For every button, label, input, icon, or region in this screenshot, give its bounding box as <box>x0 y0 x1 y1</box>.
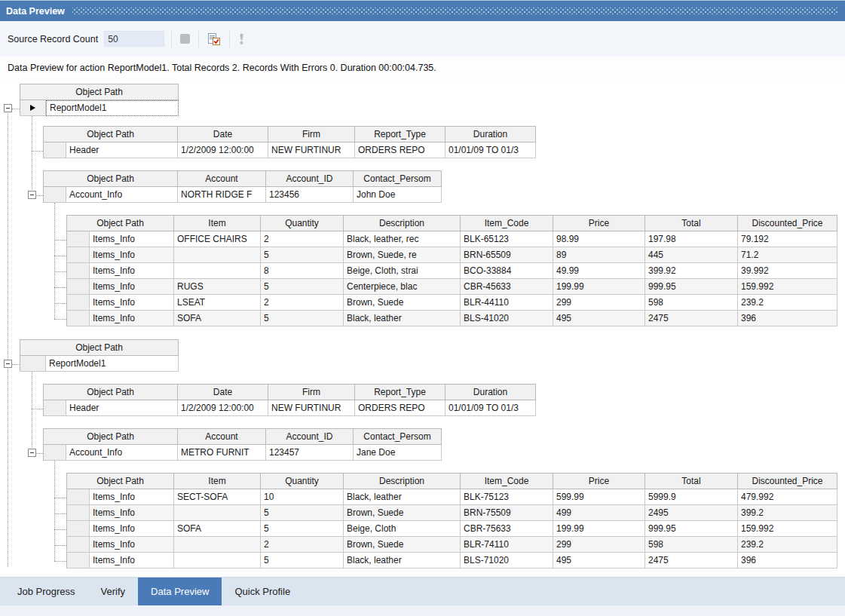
data-cell[interactable]: 396 <box>738 311 837 326</box>
data-cell[interactable]: 5 <box>261 279 344 295</box>
row-header[interactable] <box>20 100 46 116</box>
data-cell[interactable]: 159.992 <box>738 279 837 295</box>
data-cell[interactable] <box>174 263 261 279</box>
data-cell[interactable]: Black, leather <box>344 311 461 326</box>
data-cell[interactable]: Items_Info <box>90 505 174 521</box>
row-header[interactable] <box>20 356 46 372</box>
data-cell[interactable]: 2495 <box>645 505 738 521</box>
row-header[interactable] <box>67 279 90 295</box>
row-header[interactable] <box>44 143 66 158</box>
data-cell[interactable]: Header <box>66 400 178 416</box>
data-cell[interactable]: Brown, Suede, re <box>344 247 461 263</box>
row-header[interactable] <box>67 521 90 537</box>
verify-preview-button[interactable] <box>206 31 222 48</box>
data-cell[interactable]: 5 <box>261 521 344 537</box>
data-cell[interactable]: 239.2 <box>738 295 837 311</box>
data-cell[interactable]: 399.2 <box>738 505 837 521</box>
data-cell[interactable]: BLK-75123 <box>461 489 553 505</box>
data-cell[interactable]: BCO-33884 <box>461 263 553 279</box>
data-cell[interactable]: 199.99 <box>553 521 645 537</box>
data-cell[interactable]: SOFA <box>174 521 261 537</box>
data-cell[interactable]: 479.992 <box>738 489 837 505</box>
data-cell[interactable]: 396 <box>738 553 837 568</box>
row-header[interactable] <box>67 505 90 521</box>
data-cell[interactable]: Items_Info <box>90 311 174 326</box>
data-cell[interactable]: 5 <box>261 311 344 326</box>
data-cell[interactable]: Black, leather <box>344 489 461 505</box>
row-header[interactable] <box>67 263 90 279</box>
data-cell[interactable]: 239.2 <box>738 537 837 553</box>
data-cell[interactable]: 2475 <box>645 553 738 568</box>
data-cell[interactable]: Items_Info <box>90 279 174 295</box>
data-cell[interactable]: 598 <box>645 537 738 553</box>
data-cell[interactable]: BLS-71020 <box>461 553 553 568</box>
data-cell[interactable]: BLR-44110 <box>461 295 553 311</box>
data-cell[interactable] <box>174 505 261 521</box>
show-warnings-button[interactable] <box>237 31 246 48</box>
data-cell[interactable]: 499 <box>553 505 645 521</box>
data-cell[interactable]: Items_Info <box>90 263 174 279</box>
data-cell[interactable] <box>174 537 261 553</box>
data-cell[interactable]: Account_Info <box>66 445 178 461</box>
data-cell[interactable]: 495 <box>553 311 645 326</box>
data-cell[interactable]: CBR-45633 <box>461 279 553 295</box>
tab-job-progress[interactable]: Job Progress <box>5 578 88 605</box>
data-cell[interactable]: BRN-65509 <box>461 247 553 263</box>
data-cell[interactable]: Items_Info <box>90 489 174 505</box>
data-cell[interactable]: 599.99 <box>553 489 645 505</box>
data-cell[interactable]: SOFA <box>174 311 261 326</box>
data-cell[interactable]: 5999.9 <box>645 489 738 505</box>
row-header[interactable] <box>67 311 90 326</box>
stop-button[interactable] <box>179 32 191 45</box>
row-header[interactable] <box>67 537 90 553</box>
data-cell[interactable]: ORDERS REPO <box>355 400 445 416</box>
data-cell[interactable]: NORTH RIDGE F <box>178 187 266 203</box>
data-cell[interactable]: 1/2/2009 12:00:00 <box>178 143 268 158</box>
tab-data-preview[interactable]: Data Preview <box>138 578 222 605</box>
data-cell[interactable]: Black, leather <box>344 553 461 568</box>
data-cell[interactable]: Beige, Cloth, strai <box>344 263 461 279</box>
data-cell[interactable]: 299 <box>553 537 645 553</box>
data-cell[interactable]: CBR-75633 <box>461 521 553 537</box>
row-header[interactable] <box>67 247 90 263</box>
data-cell[interactable]: 71.2 <box>738 247 837 263</box>
data-cell[interactable]: 2 <box>261 295 344 311</box>
data-cell[interactable]: 89 <box>553 247 645 263</box>
data-cell[interactable]: 598 <box>645 295 738 311</box>
data-cell[interactable]: Items_Info <box>90 521 174 537</box>
data-cell[interactable]: 5 <box>261 553 344 568</box>
row-header[interactable] <box>44 400 66 416</box>
tab-verify[interactable]: Verify <box>88 578 139 605</box>
data-cell[interactable]: ReportModel1 <box>46 100 179 116</box>
data-cell[interactable]: BLR-74110 <box>461 537 553 553</box>
data-cell[interactable]: Brown, Suede <box>344 505 461 521</box>
data-cell[interactable]: 98.99 <box>553 231 645 247</box>
data-cell[interactable]: Account_Info <box>66 187 178 203</box>
data-cell[interactable]: 5 <box>261 505 344 521</box>
data-cell[interactable]: 123457 <box>266 445 354 461</box>
data-cell[interactable]: BRN-75509 <box>461 505 553 521</box>
data-cell[interactable]: SECT-SOFA <box>174 489 261 505</box>
data-cell[interactable]: Items_Info <box>90 553 174 568</box>
record-count-input[interactable] <box>104 31 164 47</box>
panel-titlebar[interactable]: Data Preview <box>0 1 845 21</box>
row-header[interactable] <box>44 187 66 203</box>
data-cell[interactable]: 2475 <box>645 311 738 326</box>
row-header[interactable] <box>67 553 90 568</box>
data-cell[interactable]: Items_Info <box>90 537 174 553</box>
data-cell[interactable]: Items_Info <box>90 247 174 263</box>
data-cell[interactable]: 2 <box>261 231 344 247</box>
tab-quick-profile[interactable]: Quick Profile <box>222 578 303 605</box>
data-cell[interactable]: 1/2/2009 12:00:00 <box>178 400 268 416</box>
data-cell[interactable]: NEW FURTINUR <box>268 400 355 416</box>
data-cell[interactable]: 197.98 <box>645 231 738 247</box>
data-cell[interactable]: 01/01/09 TO 01/3 <box>445 143 536 158</box>
data-cell[interactable] <box>174 247 261 263</box>
data-cell[interactable]: Centerpiece, blac <box>344 279 461 295</box>
data-cell[interactable]: 999.95 <box>645 521 738 537</box>
data-cell[interactable]: 10 <box>261 489 344 505</box>
data-cell[interactable]: 123456 <box>266 187 354 203</box>
row-header[interactable] <box>67 231 90 247</box>
data-cell[interactable]: Header <box>66 143 178 158</box>
row-header[interactable] <box>44 445 66 461</box>
